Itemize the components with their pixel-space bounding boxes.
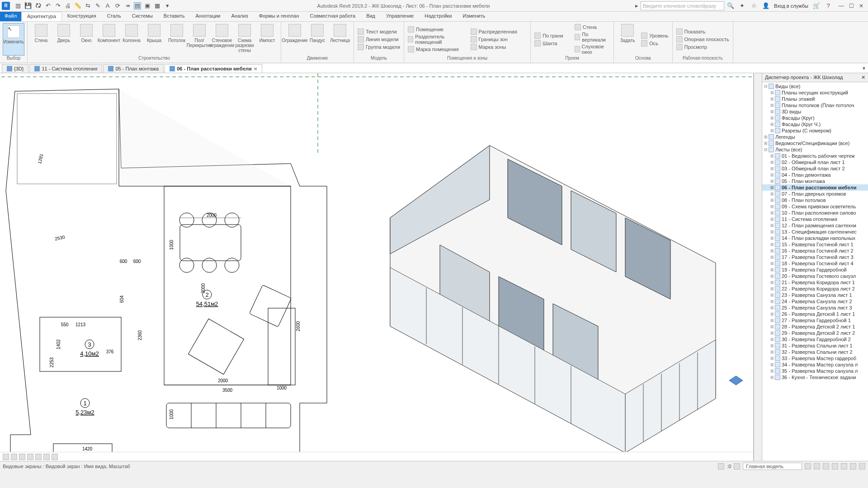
undo-icon[interactable]: ↶ (44, 2, 52, 9)
build-10[interactable]: Импост (256, 23, 278, 56)
dim-icon[interactable]: ⇆ (84, 2, 91, 9)
crop-icon[interactable] (43, 454, 50, 460)
tree-viewgroup-0[interactable]: ⊞Планы несущих конструкций (762, 89, 868, 96)
tree-sheet-34[interactable]: ⊞35 - Развертка Мастер санузла л (762, 368, 868, 374)
reveal-icon[interactable] (52, 454, 58, 460)
vertical-scrollbar[interactable] (754, 73, 762, 461)
tree-sheet-17[interactable]: ⊞18 - Развертка Гостиной лист 4 (762, 260, 868, 267)
tab-analyze[interactable]: Анализ (226, 12, 253, 21)
open-icon[interactable]: ▥ (14, 2, 22, 9)
modify-button[interactable]: ↖ Изменить (3, 23, 24, 56)
tree-sheet-24[interactable]: ⊞25 - Развертка Санузла лист 3 (762, 305, 868, 311)
tab-view[interactable]: Вид (361, 12, 381, 21)
tree-sheet-14[interactable]: ⊞15 - Развертка Гостиной лист 1 (762, 241, 868, 248)
exchange-icon[interactable]: 🛒 (813, 2, 820, 9)
file-tab[interactable]: Файл (0, 12, 21, 21)
editable-only-icon[interactable] (814, 463, 820, 469)
tree-sheet-27[interactable]: ⊞28 - Развертка Детской 2 лист 1 (762, 324, 868, 330)
save-icon[interactable]: 💾 (24, 2, 32, 9)
model-2[interactable]: Группа модели (357, 43, 401, 51)
sel-toggle4-icon[interactable] (850, 463, 856, 469)
tab-manage[interactable]: Управление (381, 12, 419, 21)
tab-systems[interactable]: Системы (127, 12, 158, 21)
tree-sheet-0[interactable]: ⊞01 - Ведомость рабочих чертеж (762, 153, 868, 159)
tree-sheet-19[interactable]: ⊞20 - Развертка Гостевого санузл (762, 273, 868, 279)
tree-sheet-25[interactable]: ⊞26 - Развертка Детской 1 лист 1 (762, 311, 868, 317)
tab-structure[interactable]: Конструкция (62, 12, 102, 21)
view-tab-montage[interactable]: 05 - План монтажа (103, 64, 164, 73)
detail-icon[interactable] (11, 454, 17, 460)
tree-sheet-11[interactable]: ⊞12 - План размещения сантехни (762, 222, 868, 229)
circ-1[interactable]: Пандус (307, 23, 328, 56)
sel-toggle3-icon[interactable] (841, 463, 847, 469)
tree-sheet-18[interactable]: ⊞19 - Развертка Гардеробной (762, 267, 868, 273)
room-5[interactable]: Марка зоны (470, 43, 528, 51)
tree-sheet-9[interactable]: ⊞10 - План расположения силово (762, 210, 868, 216)
tree-sheet-30[interactable]: ⊞31 - Развертка Спальни лист 1 (762, 343, 868, 349)
tree-sheet-5[interactable]: ⊞06 - План расстановки мебели (762, 184, 868, 191)
build-5[interactable]: Крыша (143, 23, 165, 56)
sel-toggle1-icon[interactable] (823, 463, 829, 469)
section-icon[interactable]: ↠ (124, 2, 131, 9)
tree-sheet-3[interactable]: ⊞04 - План демонтажа (762, 172, 868, 178)
login-link[interactable]: Вход в службы (774, 3, 808, 9)
circ-2[interactable]: Лестница (329, 23, 351, 56)
subscription-icon[interactable]: 🔍 (727, 2, 734, 9)
select-links-icon[interactable] (718, 463, 724, 469)
search-input[interactable]: Введите ключевое слово/фразу (641, 1, 724, 10)
datum-1[interactable]: Ось (640, 40, 669, 47)
build-6[interactable]: Потолок (166, 23, 188, 56)
model-0[interactable]: Текст модели (357, 28, 401, 35)
redo-icon[interactable]: ↷ (54, 2, 61, 9)
build-9[interactable]: Схема разрезки стены (234, 23, 255, 56)
room-2[interactable]: Марка помещения (407, 46, 465, 53)
tab-annotate[interactable]: Аннотации (190, 12, 226, 21)
tree-sheet-29[interactable]: ⊞30 - Развертка Гардеробной 2 (762, 336, 868, 343)
tab-steel[interactable]: Сталь (102, 12, 127, 21)
tree-sheet-13[interactable]: ⊞14 - План раскладки напольных (762, 235, 868, 241)
build-0[interactable]: Стена (30, 23, 52, 56)
view-tab-3d[interactable]: {3D} (2, 64, 28, 73)
open-4[interactable]: Слуховое окно (574, 43, 611, 55)
visual-style-icon[interactable] (19, 454, 25, 460)
tree-sheet-16[interactable]: ⊞17 - Развертка Гостиной лист 3 (762, 254, 868, 260)
sel-toggle2-icon[interactable] (832, 463, 838, 469)
tree-sheet-1[interactable]: ⊞02 - Обмерный план лист 1 (762, 159, 868, 165)
tree-viewgroup-2[interactable]: ⊞Планы потолков (План потолоч (762, 102, 868, 108)
open-1[interactable]: Шахта (533, 40, 571, 47)
tree-sheet-8[interactable]: ⊞09 - Схема привязки осветитель (762, 203, 868, 210)
tab-modify[interactable]: Изменить (458, 12, 491, 21)
tree-sheet-32[interactable]: ⊞33 - Развертка Мастер гардероб (762, 355, 868, 361)
tree-viewgroup-3[interactable]: ⊞3D виды (762, 108, 868, 115)
tree-sheet-7[interactable]: ⊞08 - План потолков (762, 197, 868, 203)
filter-icon[interactable] (805, 463, 811, 469)
room-0[interactable]: Помещение (407, 26, 465, 33)
open-0[interactable]: По грани (533, 32, 571, 39)
tree-sheet-23[interactable]: ⊞24 - Развертка Санузла лист 2 (762, 298, 868, 305)
open-2[interactable]: Стена (574, 23, 611, 31)
tab-insert[interactable]: Вставить (158, 12, 190, 21)
tree-views-root[interactable]: ⊟Виды (все) (762, 83, 868, 89)
app-store-icon[interactable]: ✦ (739, 2, 746, 9)
tab-addins[interactable]: Надстройки (419, 12, 457, 21)
tree-sheet-20[interactable]: ⊞21 - Развертка Коридора лист 1 (762, 279, 868, 286)
tree-viewgroup-1[interactable]: ⊞Планы этажей (762, 96, 868, 102)
wp-2[interactable]: Просмотр (675, 43, 730, 51)
workset-icon[interactable] (734, 463, 740, 469)
tree-sheet-21[interactable]: ⊞22 - Развертка Коридора лист 2 (762, 286, 868, 292)
room-3[interactable]: Распределенная (470, 28, 528, 35)
print-icon[interactable]: 🖨 (64, 2, 71, 9)
sunpath-icon[interactable] (27, 454, 33, 460)
build-4[interactable]: Колонна (121, 23, 142, 56)
open-3[interactable]: По вертикали (574, 31, 611, 43)
tree-viewgroup-5[interactable]: ⊞Фасады (Круг Ч.) (762, 121, 868, 127)
tree-sheet-31[interactable]: ⊞32 - Развертка Спальни лист 2 (762, 349, 868, 355)
view-tab-heating[interactable]: 11 - Система отопления (29, 64, 102, 73)
datum-0[interactable]: Уровень (640, 32, 669, 39)
project-tree[interactable]: ⊟Виды (все)⊞Планы несущих конструкций⊞Пл… (762, 82, 868, 461)
wp-1[interactable]: Опорная плоскость (675, 36, 730, 43)
tree-legends[interactable]: ⊞Легенды (762, 134, 868, 140)
tag-icon[interactable]: ✎ (94, 2, 101, 9)
switch-win-icon[interactable]: ▦ (154, 2, 161, 9)
sync-icon[interactable]: 🗘 (34, 2, 42, 9)
